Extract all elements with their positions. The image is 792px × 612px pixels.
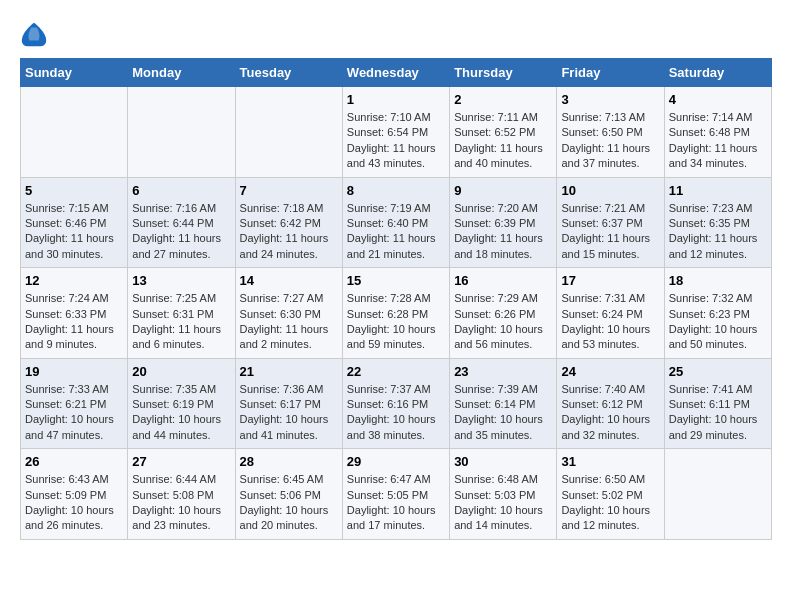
day-number: 17 [561, 273, 659, 288]
day-number: 2 [454, 92, 552, 107]
day-info: Sunrise: 7:13 AM Sunset: 6:50 PM Dayligh… [561, 110, 659, 172]
calendar-cell [235, 87, 342, 178]
day-number: 7 [240, 183, 338, 198]
day-number: 30 [454, 454, 552, 469]
day-info: Sunrise: 7:41 AM Sunset: 6:11 PM Dayligh… [669, 382, 767, 444]
weekday-header-thursday: Thursday [450, 59, 557, 87]
day-info: Sunrise: 7:32 AM Sunset: 6:23 PM Dayligh… [669, 291, 767, 353]
calendar-cell: 2Sunrise: 7:11 AM Sunset: 6:52 PM Daylig… [450, 87, 557, 178]
day-number: 19 [25, 364, 123, 379]
day-number: 24 [561, 364, 659, 379]
calendar-cell: 5Sunrise: 7:15 AM Sunset: 6:46 PM Daylig… [21, 177, 128, 268]
day-info: Sunrise: 7:20 AM Sunset: 6:39 PM Dayligh… [454, 201, 552, 263]
calendar-cell [21, 87, 128, 178]
day-info: Sunrise: 7:33 AM Sunset: 6:21 PM Dayligh… [25, 382, 123, 444]
calendar-cell [128, 87, 235, 178]
day-info: Sunrise: 7:29 AM Sunset: 6:26 PM Dayligh… [454, 291, 552, 353]
day-info: Sunrise: 7:15 AM Sunset: 6:46 PM Dayligh… [25, 201, 123, 263]
day-number: 21 [240, 364, 338, 379]
calendar-cell: 30Sunrise: 6:48 AM Sunset: 5:03 PM Dayli… [450, 449, 557, 540]
day-info: Sunrise: 7:28 AM Sunset: 6:28 PM Dayligh… [347, 291, 445, 353]
day-info: Sunrise: 7:25 AM Sunset: 6:31 PM Dayligh… [132, 291, 230, 353]
calendar-cell [664, 449, 771, 540]
calendar-cell: 11Sunrise: 7:23 AM Sunset: 6:35 PM Dayli… [664, 177, 771, 268]
calendar-cell: 14Sunrise: 7:27 AM Sunset: 6:30 PM Dayli… [235, 268, 342, 359]
calendar-cell: 29Sunrise: 6:47 AM Sunset: 5:05 PM Dayli… [342, 449, 449, 540]
calendar-cell: 20Sunrise: 7:35 AM Sunset: 6:19 PM Dayli… [128, 358, 235, 449]
page-header [20, 20, 772, 48]
day-number: 4 [669, 92, 767, 107]
day-number: 14 [240, 273, 338, 288]
calendar-cell: 4Sunrise: 7:14 AM Sunset: 6:48 PM Daylig… [664, 87, 771, 178]
calendar-cell: 7Sunrise: 7:18 AM Sunset: 6:42 PM Daylig… [235, 177, 342, 268]
day-info: Sunrise: 7:16 AM Sunset: 6:44 PM Dayligh… [132, 201, 230, 263]
day-number: 12 [25, 273, 123, 288]
calendar-cell: 31Sunrise: 6:50 AM Sunset: 5:02 PM Dayli… [557, 449, 664, 540]
weekday-header-wednesday: Wednesday [342, 59, 449, 87]
day-info: Sunrise: 7:37 AM Sunset: 6:16 PM Dayligh… [347, 382, 445, 444]
calendar-cell: 21Sunrise: 7:36 AM Sunset: 6:17 PM Dayli… [235, 358, 342, 449]
day-info: Sunrise: 7:10 AM Sunset: 6:54 PM Dayligh… [347, 110, 445, 172]
calendar-week-row: 1Sunrise: 7:10 AM Sunset: 6:54 PM Daylig… [21, 87, 772, 178]
calendar-cell: 19Sunrise: 7:33 AM Sunset: 6:21 PM Dayli… [21, 358, 128, 449]
weekday-header-friday: Friday [557, 59, 664, 87]
day-info: Sunrise: 7:11 AM Sunset: 6:52 PM Dayligh… [454, 110, 552, 172]
day-info: Sunrise: 7:19 AM Sunset: 6:40 PM Dayligh… [347, 201, 445, 263]
day-number: 9 [454, 183, 552, 198]
calendar-cell: 3Sunrise: 7:13 AM Sunset: 6:50 PM Daylig… [557, 87, 664, 178]
day-info: Sunrise: 6:48 AM Sunset: 5:03 PM Dayligh… [454, 472, 552, 534]
calendar-table: SundayMondayTuesdayWednesdayThursdayFrid… [20, 58, 772, 540]
day-number: 5 [25, 183, 123, 198]
weekday-header-sunday: Sunday [21, 59, 128, 87]
calendar-cell: 12Sunrise: 7:24 AM Sunset: 6:33 PM Dayli… [21, 268, 128, 359]
logo [20, 20, 50, 48]
day-number: 31 [561, 454, 659, 469]
calendar-cell: 9Sunrise: 7:20 AM Sunset: 6:39 PM Daylig… [450, 177, 557, 268]
day-number: 22 [347, 364, 445, 379]
day-number: 29 [347, 454, 445, 469]
day-number: 23 [454, 364, 552, 379]
calendar-cell: 16Sunrise: 7:29 AM Sunset: 6:26 PM Dayli… [450, 268, 557, 359]
day-info: Sunrise: 7:27 AM Sunset: 6:30 PM Dayligh… [240, 291, 338, 353]
day-number: 26 [25, 454, 123, 469]
day-info: Sunrise: 6:43 AM Sunset: 5:09 PM Dayligh… [25, 472, 123, 534]
day-number: 27 [132, 454, 230, 469]
day-info: Sunrise: 7:21 AM Sunset: 6:37 PM Dayligh… [561, 201, 659, 263]
day-info: Sunrise: 6:50 AM Sunset: 5:02 PM Dayligh… [561, 472, 659, 534]
calendar-cell: 23Sunrise: 7:39 AM Sunset: 6:14 PM Dayli… [450, 358, 557, 449]
day-info: Sunrise: 7:40 AM Sunset: 6:12 PM Dayligh… [561, 382, 659, 444]
day-number: 11 [669, 183, 767, 198]
weekday-header-tuesday: Tuesday [235, 59, 342, 87]
day-info: Sunrise: 7:23 AM Sunset: 6:35 PM Dayligh… [669, 201, 767, 263]
weekday-header-monday: Monday [128, 59, 235, 87]
calendar-week-row: 19Sunrise: 7:33 AM Sunset: 6:21 PM Dayli… [21, 358, 772, 449]
day-info: Sunrise: 6:47 AM Sunset: 5:05 PM Dayligh… [347, 472, 445, 534]
calendar-week-row: 26Sunrise: 6:43 AM Sunset: 5:09 PM Dayli… [21, 449, 772, 540]
calendar-cell: 18Sunrise: 7:32 AM Sunset: 6:23 PM Dayli… [664, 268, 771, 359]
calendar-cell: 10Sunrise: 7:21 AM Sunset: 6:37 PM Dayli… [557, 177, 664, 268]
day-number: 13 [132, 273, 230, 288]
weekday-header-saturday: Saturday [664, 59, 771, 87]
calendar-cell: 24Sunrise: 7:40 AM Sunset: 6:12 PM Dayli… [557, 358, 664, 449]
day-number: 8 [347, 183, 445, 198]
calendar-cell: 8Sunrise: 7:19 AM Sunset: 6:40 PM Daylig… [342, 177, 449, 268]
day-info: Sunrise: 7:35 AM Sunset: 6:19 PM Dayligh… [132, 382, 230, 444]
day-number: 15 [347, 273, 445, 288]
day-number: 18 [669, 273, 767, 288]
calendar-cell: 25Sunrise: 7:41 AM Sunset: 6:11 PM Dayli… [664, 358, 771, 449]
calendar-cell: 6Sunrise: 7:16 AM Sunset: 6:44 PM Daylig… [128, 177, 235, 268]
calendar-week-row: 12Sunrise: 7:24 AM Sunset: 6:33 PM Dayli… [21, 268, 772, 359]
day-info: Sunrise: 6:45 AM Sunset: 5:06 PM Dayligh… [240, 472, 338, 534]
day-info: Sunrise: 7:24 AM Sunset: 6:33 PM Dayligh… [25, 291, 123, 353]
weekday-header-row: SundayMondayTuesdayWednesdayThursdayFrid… [21, 59, 772, 87]
calendar-cell: 28Sunrise: 6:45 AM Sunset: 5:06 PM Dayli… [235, 449, 342, 540]
day-number: 1 [347, 92, 445, 107]
day-info: Sunrise: 7:31 AM Sunset: 6:24 PM Dayligh… [561, 291, 659, 353]
day-number: 3 [561, 92, 659, 107]
day-number: 10 [561, 183, 659, 198]
day-info: Sunrise: 7:36 AM Sunset: 6:17 PM Dayligh… [240, 382, 338, 444]
day-info: Sunrise: 7:39 AM Sunset: 6:14 PM Dayligh… [454, 382, 552, 444]
logo-icon [20, 20, 48, 48]
day-info: Sunrise: 6:44 AM Sunset: 5:08 PM Dayligh… [132, 472, 230, 534]
calendar-cell: 17Sunrise: 7:31 AM Sunset: 6:24 PM Dayli… [557, 268, 664, 359]
